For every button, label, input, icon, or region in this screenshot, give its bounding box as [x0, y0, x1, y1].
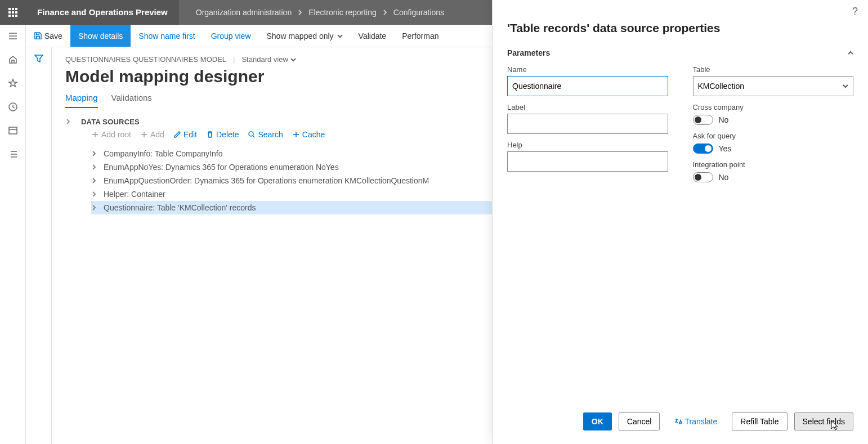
show-mapped-only-button[interactable]: Show mapped only: [259, 25, 351, 47]
name-input[interactable]: [507, 76, 668, 96]
save-label: Save: [44, 32, 62, 41]
pencil-icon: [173, 131, 181, 138]
cross-company-toggle[interactable]: [693, 115, 713, 125]
field-integration-point: Integration point No: [693, 160, 854, 182]
tree-item-label: CompanyInfo: Table CompanyInfo: [104, 149, 222, 158]
field-ask-for-query: Ask for query Yes: [693, 132, 854, 154]
cache-label: Cache: [302, 130, 325, 139]
home-icon[interactable]: [6, 53, 20, 66]
panel-footer: OK Cancel Translate Refill Table Select …: [507, 402, 853, 444]
chevron-right-icon: [292, 8, 308, 17]
chevron-down-icon: [843, 83, 848, 89]
plus-icon: [292, 131, 300, 138]
ok-button[interactable]: OK: [583, 412, 612, 430]
integration-label: Integration point: [693, 160, 854, 169]
help-label: Help: [507, 141, 668, 149]
add-button[interactable]: Add: [140, 130, 164, 139]
table-value: KMCollection: [698, 82, 744, 91]
show-name-first-button[interactable]: Show name first: [131, 25, 203, 47]
help-icon[interactable]: ?: [852, 6, 858, 17]
chevron-right-icon: [91, 163, 98, 172]
chevron-right-icon: [91, 176, 98, 185]
properties-panel: ? 'Table records' data source properties…: [492, 0, 868, 444]
panel-section-header[interactable]: Parameters: [507, 48, 853, 57]
label-label: Label: [507, 103, 668, 111]
ask-for-query-label: Ask for query: [693, 132, 854, 140]
cancel-label: Cancel: [627, 417, 652, 426]
edit-button[interactable]: Edit: [173, 130, 197, 139]
chevron-up-icon: [848, 48, 853, 57]
plus-icon: [140, 131, 148, 138]
plus-icon: [91, 131, 99, 138]
breadcrumb-item[interactable]: Configurations: [393, 8, 444, 17]
edit-label: Edit: [184, 130, 197, 139]
hamburger-icon[interactable]: [6, 29, 20, 43]
cache-button[interactable]: Cache: [292, 130, 325, 139]
help-input[interactable]: [507, 151, 668, 172]
select-fields-label: Select fields: [803, 417, 845, 426]
performance-label: Performan: [402, 32, 439, 41]
section-label: DATA SOURCES: [81, 118, 140, 126]
label-input[interactable]: [507, 114, 668, 134]
form-col-left: Name Label Help: [507, 65, 668, 182]
workspace-icon[interactable]: [6, 124, 20, 137]
clock-icon[interactable]: [6, 100, 20, 114]
translate-button[interactable]: Translate: [666, 412, 725, 430]
show-mapped-only-label: Show mapped only: [267, 32, 334, 41]
table-label: Table: [693, 65, 854, 74]
integration-value: No: [719, 173, 729, 182]
delete-label: Delete: [216, 130, 239, 139]
expand-caret-icon[interactable]: [65, 116, 73, 127]
tree-item-label: EnumAppNoYes: Dynamics 365 for Operation…: [104, 163, 339, 172]
name-label: Name: [507, 65, 668, 74]
breadcrumb-item[interactable]: Organization administration: [196, 8, 292, 17]
chevron-down-icon: [290, 57, 296, 62]
svg-point-2: [249, 132, 253, 136]
search-button[interactable]: Search: [248, 130, 283, 139]
performance-button[interactable]: Performan: [394, 25, 446, 47]
chevron-right-icon: [91, 203, 98, 212]
add-root-label: Add root: [101, 130, 131, 139]
show-details-label: Show details: [78, 32, 123, 41]
cancel-button[interactable]: Cancel: [619, 412, 660, 430]
add-root-button[interactable]: Add root: [91, 130, 131, 139]
app-launcher[interactable]: [0, 0, 26, 25]
delete-button[interactable]: Delete: [206, 130, 239, 139]
tab-validations[interactable]: Validations: [111, 93, 152, 108]
field-name: Name: [507, 65, 668, 96]
ok-label: OK: [592, 417, 603, 426]
filter-strip: [26, 47, 52, 444]
brand-name[interactable]: Finance and Operations Preview: [26, 0, 179, 25]
form-grid: Name Label Help Table KMCollection C: [507, 65, 853, 182]
validate-button[interactable]: Validate: [351, 25, 395, 47]
refill-table-button[interactable]: Refill Table: [732, 412, 787, 430]
filter-icon[interactable]: [32, 52, 46, 65]
field-help: Help: [507, 141, 668, 172]
star-icon[interactable]: [6, 77, 20, 90]
save-button[interactable]: Save: [26, 25, 70, 47]
chevron-right-icon: [91, 190, 98, 199]
select-fields-button[interactable]: Select fields: [794, 412, 853, 430]
view-selector[interactable]: Standard view: [241, 55, 296, 64]
panel-title: 'Table records' data source properties: [507, 21, 853, 35]
ask-for-query-toggle[interactable]: [693, 143, 713, 154]
ask-for-query-value: Yes: [719, 144, 732, 153]
table-select[interactable]: KMCollection: [693, 76, 854, 96]
form-col-right: Table KMCollection Cross company No Ask …: [693, 65, 854, 182]
group-view-button[interactable]: Group view: [203, 25, 259, 47]
show-details-button[interactable]: Show details: [70, 25, 131, 47]
panel-section-label: Parameters: [507, 48, 550, 57]
breadcrumb-item[interactable]: Electronic reporting: [308, 8, 377, 17]
chevron-right-icon: [377, 8, 393, 17]
field-table: Table KMCollection: [693, 65, 854, 96]
chevron-down-icon: [337, 33, 343, 39]
search-label: Search: [258, 130, 283, 139]
show-name-first-label: Show name first: [138, 32, 195, 41]
integration-toggle[interactable]: [693, 172, 713, 182]
breadcrumb: Organization administration Electronic r…: [179, 8, 444, 17]
tree-item-label: Questionnaire: Table 'KMCollection' reco…: [104, 203, 256, 212]
list-icon[interactable]: [6, 147, 20, 161]
tab-mapping[interactable]: Mapping: [65, 93, 98, 108]
validate-label: Validate: [359, 32, 387, 41]
tree-item-label: EnumAppQuestionOrder: Dynamics 365 for O…: [104, 176, 429, 185]
